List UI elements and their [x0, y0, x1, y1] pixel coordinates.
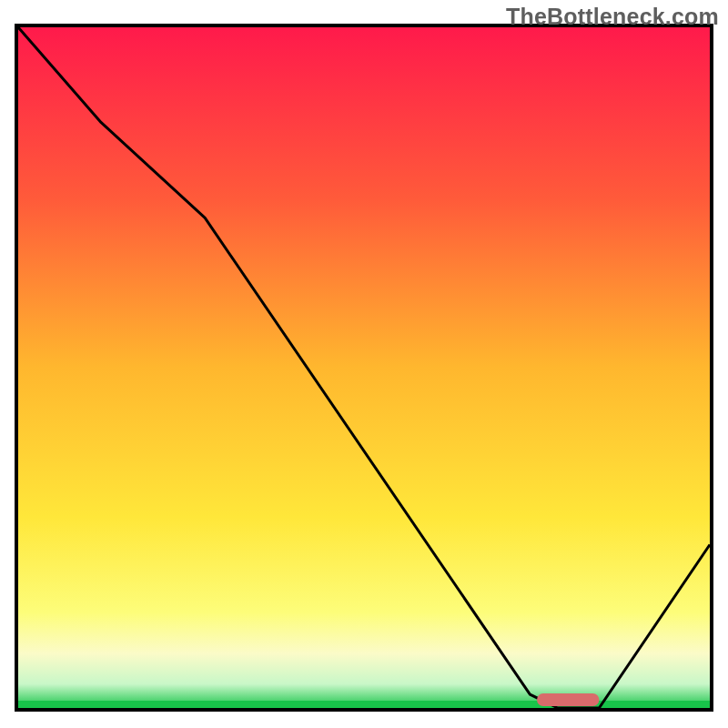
watermark-text: TheBottleneck.com — [506, 4, 719, 30]
gradient-background — [18, 27, 710, 708]
baseline-strip — [18, 701, 710, 708]
bottleneck-chart — [0, 0, 728, 728]
plot-area — [16, 25, 712, 710]
chart-stage: TheBottleneck.com — [0, 0, 728, 728]
optimal-range-marker — [537, 693, 599, 706]
